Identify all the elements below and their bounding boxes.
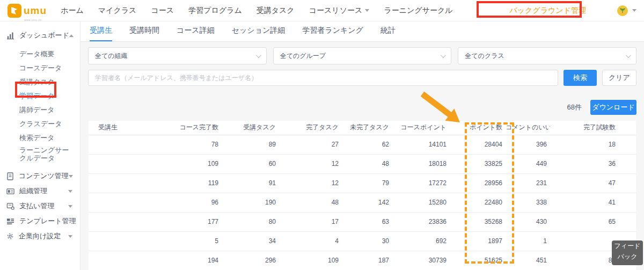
sidebar-item-learning-data[interactable]: 学習データ — [0, 89, 80, 103]
cell: 89 — [222, 135, 279, 154]
cell: 34 — [222, 231, 279, 251]
cell: 62 — [342, 135, 392, 154]
learner-search-input[interactable] — [88, 70, 558, 86]
cell: 692 — [392, 231, 450, 251]
nav-item-learning-program[interactable]: 学習プログラム — [188, 6, 242, 16]
feedback-button[interactable]: フィード バック — [612, 240, 643, 265]
cell-points: 28404 — [450, 135, 506, 154]
cell: 80 — [222, 212, 279, 231]
cell: 96 — [140, 193, 222, 212]
avatar-caret-icon[interactable] — [632, 9, 636, 12]
bar-chart-icon — [6, 32, 14, 40]
learning-data-table: 受講生 コース完了数 受講タスク 完了タスク 未完了タスク コースポイント ポイ… — [89, 121, 636, 270]
expand-caret-icon[interactable] — [69, 175, 73, 178]
sprout-avatar-icon — [619, 8, 626, 14]
group-dropdown[interactable]: 全てのグループ — [273, 47, 452, 64]
sidebar-section-dashboard[interactable]: ダッシュボード — [0, 28, 80, 43]
tab-students[interactable]: 受講生 — [90, 26, 112, 41]
col-header-exams-completed: 完了試験数 — [550, 121, 636, 135]
background-admin-link[interactable]: バックグラウンド管理 — [509, 6, 586, 16]
cell-points: 51625 — [450, 251, 506, 270]
document-icon — [6, 172, 14, 180]
user-avatar[interactable] — [617, 5, 628, 16]
sidebar-item-course-data[interactable]: コースデータ — [0, 61, 80, 75]
umu-logo[interactable]: umu www.umu.co — [8, 4, 47, 18]
cell: 12 — [279, 154, 342, 173]
logo-subtext: www.umu.co — [24, 18, 41, 21]
cell: 48 — [342, 154, 392, 173]
sidebar-section-template-mgmt-label: テンプレート管理 — [19, 216, 76, 226]
collapse-caret-icon[interactable] — [69, 34, 74, 37]
expand-caret-icon[interactable] — [68, 205, 72, 208]
tab-statistics[interactable]: 統計 — [380, 26, 396, 41]
table-header-row: 受講生 コース完了数 受講タスク 完了タスク 未完了タスク コースポイント ポイ… — [89, 121, 636, 135]
cell-points: 35268 — [450, 212, 506, 231]
sidebar-section-dashboard-label: ダッシュボード — [19, 31, 69, 40]
col-header-course-points: コースポイント — [392, 121, 450, 135]
tab-session-detail[interactable]: セッション詳細 — [232, 26, 286, 41]
cell: 18 — [550, 135, 636, 154]
cell: 65 — [550, 212, 636, 231]
nav-item-myclass[interactable]: マイクラス — [98, 6, 137, 16]
sidebar-item-search-data[interactable]: 検索データ — [0, 131, 80, 145]
cell: 15280 — [392, 193, 450, 212]
cell: 48 — [279, 193, 342, 212]
cell: 142 — [342, 193, 392, 212]
cell-student — [89, 135, 140, 154]
clear-button[interactable]: クリア — [602, 70, 636, 86]
cell: 4 — [279, 231, 342, 251]
cell: 5 — [140, 231, 222, 251]
sidebar-item-class-data[interactable]: クラスデータ — [0, 117, 80, 131]
download-button[interactable]: ダウンロード — [590, 100, 636, 115]
gear-icon — [6, 232, 14, 240]
nav-item-home[interactable]: ホーム — [61, 6, 84, 16]
col-header-points: ポイント数 — [450, 121, 506, 135]
table-row: 96 190 48 142 15280 22480 338 41 — [89, 193, 636, 212]
organization-dropdown[interactable]: 全ての組織 — [88, 47, 267, 64]
sidebar-section-org-mgmt[interactable]: 組織管理 — [0, 184, 80, 199]
cell: 30 — [342, 231, 392, 251]
main-menu: ホーム マイクラス コース 学習プログラム 受講タスク コースリソース ラーニン… — [61, 6, 453, 16]
sidebar-item-data-overview[interactable]: データ概要 — [0, 47, 80, 61]
tab-learner-ranking[interactable]: 学習者ランキング — [302, 26, 363, 41]
cell: 231 — [506, 173, 550, 193]
sidebar-section-template-mgmt[interactable]: テンプレート管理 — [0, 214, 80, 229]
top-navigation-bar: umu www.umu.co ホーム マイクラス コース 学習プログラム 受講タ… — [0, 0, 644, 21]
nav-item-course-resources[interactable]: コースリソース — [309, 6, 370, 16]
table-row: 119 91 12 79 17272 28956 231 47 — [89, 173, 636, 193]
search-button[interactable]: 検索 — [564, 70, 597, 86]
logo-text: umu — [24, 5, 47, 17]
sidebar-section-payment-mgmt[interactable]: 支払い管理 — [0, 199, 80, 214]
nav-item-course[interactable]: コース — [151, 6, 174, 16]
class-dropdown[interactable]: 全てのクラス — [458, 47, 636, 64]
cell: 36 — [550, 154, 636, 173]
organization-dropdown-value: 全ての組織 — [95, 52, 128, 61]
col-header-comment-likes: コメントのいい... — [506, 121, 550, 135]
cell-points: 22480 — [450, 193, 506, 212]
tab-course-detail[interactable]: コース詳細 — [177, 26, 215, 41]
nav-item-learning-circle[interactable]: ラーニングサークル — [384, 6, 452, 16]
cell-student — [89, 212, 140, 231]
sidebar-item-learning-circle-data[interactable]: ラーニングサークルデータ — [0, 145, 75, 162]
cell: 18018 — [392, 154, 450, 173]
nav-item-tasks[interactable]: 受講タスク — [257, 6, 295, 16]
cell: 17272 — [392, 173, 450, 193]
tab-study-time[interactable]: 受講時間 — [129, 26, 159, 41]
cell-student — [89, 231, 140, 251]
sidebar-section-enterprise-settings[interactable]: 企業向け設定 — [0, 229, 80, 244]
search-row: 検索 クリア — [88, 70, 636, 86]
expand-caret-icon[interactable] — [68, 190, 72, 193]
sidebar: ダッシュボード データ概要 コースデータ 受講タスク 学習データ 講師データ ク… — [0, 21, 80, 270]
sidebar-section-content-mgmt[interactable]: コンテンツ管理 — [0, 169, 80, 184]
filter-row: 全ての組織 全てのグループ 全てのクラス — [88, 47, 636, 64]
sidebar-item-task-data[interactable]: 受講タスク — [0, 75, 80, 89]
chevron-down-icon — [365, 9, 369, 12]
expand-caret-icon[interactable] — [68, 235, 72, 238]
dashboard-submenu: データ概要 コースデータ 受講タスク 学習データ 講師データ クラスデータ 検索… — [0, 47, 80, 162]
table-row: 177 80 17 63 23836 35268 430 65 — [89, 212, 636, 231]
class-dropdown-value: 全てのクラス — [465, 52, 504, 61]
sidebar-item-instructor-data[interactable]: 講師データ — [0, 103, 80, 117]
table-row: 5 34 4 30 692 1897 1 — [89, 231, 636, 251]
result-count: 68件 — [567, 103, 582, 112]
cell: 27 — [279, 135, 342, 154]
